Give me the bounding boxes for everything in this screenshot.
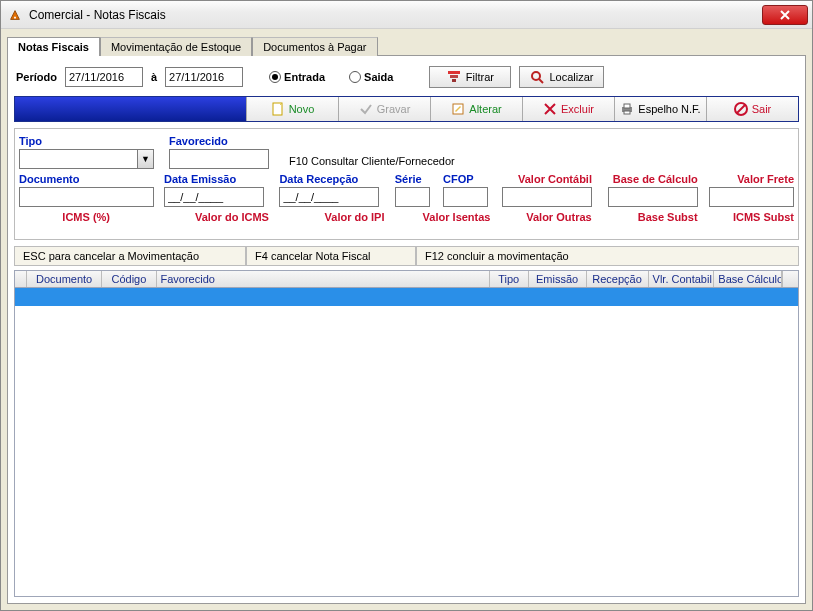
- periodo-label: Período: [16, 71, 57, 83]
- col-documento[interactable]: Documento: [27, 271, 102, 287]
- filtrar-button[interactable]: Filtrar: [429, 66, 511, 88]
- data-emissao-input[interactable]: [164, 187, 264, 207]
- base-calculo-label: Base de Cálculo: [613, 173, 698, 185]
- toolbar-spacer: [15, 97, 246, 121]
- tab-doc-pagar[interactable]: Documentos à Pagar: [252, 37, 377, 56]
- espelho-button[interactable]: Espelho N.F.: [614, 97, 706, 121]
- note-f4: F4 cancelar Nota Fiscal: [246, 246, 416, 266]
- content-area: Notas Fiscais Movimentação de Estoque Do…: [1, 29, 812, 610]
- grid-header: Documento Código Favorecido Tipo Emissão…: [15, 271, 798, 288]
- sair-button[interactable]: Sair: [706, 97, 798, 121]
- data-recepcao-input[interactable]: [279, 187, 379, 207]
- alterar-button[interactable]: Alterar: [430, 97, 522, 121]
- base-subst-label: Base Subst: [638, 211, 698, 223]
- valor-frete-input[interactable]: [709, 187, 794, 207]
- grid-header-pad: [782, 271, 798, 287]
- app-icon: [7, 7, 23, 23]
- gravar-label: Gravar: [377, 103, 411, 115]
- svg-rect-10: [624, 104, 630, 108]
- localizar-label: Localizar: [549, 71, 593, 83]
- col-base-calculo[interactable]: Base Cálculo: [714, 271, 782, 287]
- valor-contabil-input[interactable]: [502, 187, 592, 207]
- radio-saida-circle: [349, 71, 361, 83]
- svg-rect-4: [452, 79, 456, 82]
- svg-rect-11: [624, 111, 630, 114]
- grid-header-gutter: [15, 271, 27, 287]
- col-vlr-contabil[interactable]: Vlr. Contabil: [649, 271, 715, 287]
- tabs-row: Notas Fiscais Movimentação de Estoque Do…: [7, 33, 806, 55]
- exit-icon: [734, 102, 748, 116]
- tab-notas-fiscais[interactable]: Notas Fiscais: [7, 37, 100, 56]
- form-area: Tipo ▼ Favorecido F10 Consultar Cliente/…: [14, 128, 799, 240]
- col-favorecido[interactable]: Favorecido: [157, 271, 490, 287]
- gravar-button[interactable]: Gravar: [338, 97, 430, 121]
- alterar-label: Alterar: [469, 103, 501, 115]
- serie-input[interactable]: [395, 187, 430, 207]
- valor-isentas-label: Valor Isentas: [423, 211, 491, 223]
- svg-rect-1: [14, 16, 16, 18]
- svg-point-5: [532, 72, 540, 80]
- edit-icon: [451, 102, 465, 116]
- valor-contabil-label: Valor Contábil: [518, 173, 592, 185]
- valor-outras-label: Valor Outras: [526, 211, 591, 223]
- col-emissao[interactable]: Emissão: [529, 271, 587, 287]
- radio-saida-label: Saida: [364, 71, 393, 83]
- favorecido-label: Favorecido: [169, 135, 279, 147]
- filtrar-label: Filtrar: [466, 71, 494, 83]
- svg-rect-2: [448, 71, 460, 74]
- tipo-dropdown-button[interactable]: ▼: [137, 149, 154, 169]
- date-to-input[interactable]: [165, 67, 243, 87]
- tipo-input[interactable]: [19, 149, 137, 169]
- radio-entrada-circle: [269, 71, 281, 83]
- documento-label: Documento: [19, 173, 154, 185]
- grid-selected-row[interactable]: [15, 288, 798, 306]
- col-tipo[interactable]: Tipo: [490, 271, 529, 287]
- date-from-input[interactable]: [65, 67, 143, 87]
- col-recepcao[interactable]: Recepção: [587, 271, 649, 287]
- app-window: Comercial - Notas Fiscais Notas Fiscais …: [0, 0, 813, 611]
- data-emissao-label: Data Emissão: [164, 173, 269, 185]
- radio-entrada-label: Entrada: [284, 71, 325, 83]
- documento-input[interactable]: [19, 187, 154, 207]
- save-check-icon: [359, 102, 373, 116]
- main-toolbar: Novo Gravar Alterar Excluir Espelho N.F.: [14, 96, 799, 122]
- titlebar: Comercial - Notas Fiscais: [1, 1, 812, 29]
- valor-frete-label: Valor Frete: [737, 173, 794, 185]
- novo-label: Novo: [289, 103, 315, 115]
- note-f12: F12 concluir a movimentação: [416, 246, 799, 266]
- favorecido-input[interactable]: [169, 149, 269, 169]
- icms-pct-label: ICMS (%): [62, 211, 110, 223]
- cliente-hint: F10 Consultar Cliente/Fornecedor: [289, 155, 455, 167]
- valor-ipi-label: Valor do IPI: [325, 211, 385, 223]
- valor-icms-label: Valor do ICMS: [195, 211, 269, 223]
- tab-mov-estoque[interactable]: Movimentação de Estoque: [100, 37, 252, 56]
- footnotes-row: ESC para cancelar a Movimentação F4 canc…: [14, 246, 799, 266]
- data-recepcao-label: Data Recepção: [279, 173, 384, 185]
- cfop-input[interactable]: [443, 187, 488, 207]
- window-close-button[interactable]: [762, 5, 808, 25]
- tipo-combo[interactable]: ▼: [19, 149, 159, 169]
- excluir-button[interactable]: Excluir: [522, 97, 614, 121]
- filter-row: Período à Entrada Saida Filtrar: [14, 62, 799, 96]
- grid: Documento Código Favorecido Tipo Emissão…: [14, 270, 799, 597]
- a-label: à: [151, 71, 157, 83]
- espelho-label: Espelho N.F.: [638, 103, 700, 115]
- base-calculo-input[interactable]: [608, 187, 698, 207]
- svg-line-6: [539, 79, 543, 83]
- new-icon: [271, 102, 285, 116]
- note-esc: ESC para cancelar a Movimentação: [14, 246, 246, 266]
- grid-body[interactable]: [15, 288, 798, 596]
- localizar-button[interactable]: Localizar: [519, 66, 604, 88]
- svg-rect-3: [450, 75, 458, 78]
- radio-saida[interactable]: Saida: [349, 71, 393, 83]
- search-icon: [530, 70, 544, 84]
- cfop-label: CFOP: [443, 173, 491, 185]
- col-codigo[interactable]: Código: [102, 271, 156, 287]
- radio-entrada[interactable]: Entrada: [269, 71, 325, 83]
- sair-label: Sair: [752, 103, 772, 115]
- window-title: Comercial - Notas Fiscais: [29, 8, 756, 22]
- delete-x-icon: [543, 102, 557, 116]
- tab-body: Período à Entrada Saida Filtrar: [7, 55, 806, 604]
- excluir-label: Excluir: [561, 103, 594, 115]
- novo-button[interactable]: Novo: [246, 97, 338, 121]
